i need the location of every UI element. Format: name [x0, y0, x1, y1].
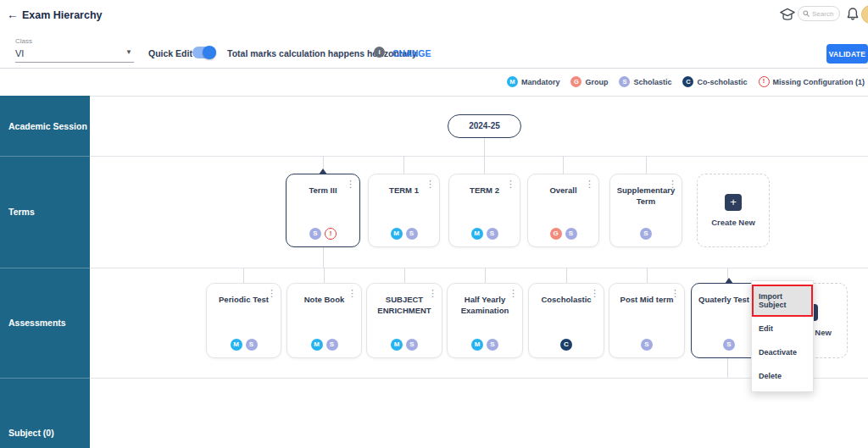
scholastic-badge-icon: S: [309, 228, 321, 240]
validate-button[interactable]: VALIDATE: [826, 44, 868, 64]
legend-item-mandatory: M Mandatory: [507, 76, 560, 87]
legend-item-coscholastic: C Co-scholastic: [682, 76, 747, 87]
connector-line: [403, 156, 404, 174]
connector-line: [324, 268, 325, 283]
kebab-menu-icon[interactable]: [590, 289, 599, 298]
connector-line: [484, 156, 485, 174]
kebab-menu-icon[interactable]: [348, 289, 357, 298]
back-icon[interactable]: [7, 8, 19, 21]
change-link[interactable]: CHANGE: [392, 48, 431, 58]
kebab-menu-icon[interactable]: [267, 289, 276, 298]
legend-label: Missing Configuration (1): [773, 78, 865, 86]
kebab-menu-icon[interactable]: [668, 180, 677, 189]
connector-line: [563, 156, 564, 174]
legend-item-scholastic: S Scholastic: [619, 76, 671, 87]
lane-divider: [0, 268, 868, 268]
coscholastic-badge-icon: C: [682, 76, 693, 87]
badge-row: M S: [367, 339, 442, 351]
legend-label: Group: [585, 78, 608, 86]
kebab-menu-icon[interactable]: [506, 180, 515, 189]
scholastic-badge-icon: S: [565, 228, 577, 240]
menu-item-edit[interactable]: Edit: [752, 317, 813, 340]
card-context-menu: Import Subject Edit Deactivate Delete: [751, 280, 814, 392]
sidebar-lane-subject: Subject (0): [0, 378, 90, 448]
mandatory-badge-icon: M: [471, 228, 483, 240]
kebab-menu-icon[interactable]: [426, 180, 435, 189]
kebab-menu-icon[interactable]: [509, 289, 518, 298]
legend-divider: [0, 96, 868, 97]
scholastic-badge-icon: S: [641, 339, 653, 351]
lane-divider: [0, 156, 868, 157]
connector-line: [484, 137, 485, 156]
class-select-label: Class: [15, 37, 134, 45]
graduation-cap-icon[interactable]: [779, 7, 796, 22]
scholastic-badge-icon: S: [487, 228, 498, 240]
class-select-value: VI: [15, 48, 134, 58]
alert-icon: !: [759, 76, 770, 87]
menu-item-deactivate[interactable]: Deactivate: [752, 340, 813, 364]
search-icon: [803, 10, 810, 17]
connector-line: [243, 268, 244, 283]
menu-item-import-subject[interactable]: Import Subject: [752, 285, 813, 317]
scholastic-badge-icon: S: [487, 339, 498, 351]
search-box[interactable]: [798, 6, 840, 21]
kebab-menu-icon[interactable]: [428, 289, 437, 298]
lane-divider: [0, 378, 868, 379]
assessment-card-post-mid-term[interactable]: Post Mid term S: [609, 283, 685, 358]
user-avatar[interactable]: [861, 5, 868, 24]
term-card-supplementary-term[interactable]: Supplementary Term S: [609, 174, 682, 247]
scholastic-badge-icon: S: [246, 339, 258, 351]
term-card-overall[interactable]: Overall G S: [527, 174, 599, 247]
class-select[interactable]: Class VI: [15, 37, 134, 63]
connector-line: [647, 268, 648, 283]
selected-marker-icon: [319, 169, 327, 174]
scholastic-badge-icon: S: [619, 76, 630, 87]
legend-label: Mandatory: [521, 78, 560, 86]
group-badge-icon: G: [570, 76, 581, 87]
term-card-term-2[interactable]: TERM 2 M S: [448, 174, 520, 247]
notification-bell-icon[interactable]: [847, 7, 859, 21]
mandatory-badge-icon: M: [391, 339, 403, 351]
term-card-term-1[interactable]: TERM 1 M S: [368, 174, 440, 247]
lane-sidebar: Academic Session Terms Assessments Subje…: [0, 96, 90, 448]
kebab-menu-icon[interactable]: [585, 180, 594, 189]
sidebar-lane-terms: Terms: [0, 156, 90, 268]
assessment-card-subject-enrichment[interactable]: SUBJECT ENRICHMENT M S: [366, 283, 442, 358]
connector-line: [404, 268, 405, 283]
page-title: Exam Hierarchy: [22, 9, 103, 21]
assessment-card-half-yearly-examination[interactable]: Half Yearly Examination M S: [447, 283, 523, 358]
term-card-term-iii[interactable]: Term III S !: [286, 174, 360, 247]
assessment-card-note-book[interactable]: Note Book M S: [287, 283, 362, 358]
session-node-2024-25[interactable]: 2024-25: [448, 114, 521, 138]
selected-marker-icon: [725, 278, 733, 284]
assessment-card-periodic-test[interactable]: Periodic Test M S: [206, 283, 281, 358]
plus-icon: [725, 194, 742, 211]
badge-row: M S: [207, 339, 281, 351]
legend-label: Co-scholastic: [697, 78, 747, 86]
connector-line: [646, 156, 647, 174]
badge-row: M S: [449, 228, 520, 240]
badge-row: M S: [448, 339, 522, 351]
quick-edit-toggle[interactable]: [192, 47, 216, 58]
search-input[interactable]: [812, 10, 837, 18]
exam-hierarchy-page: Exam Hierarchy Class VI Quick Edit Total…: [0, 0, 868, 448]
quick-edit-label: Quick Edit: [148, 48, 192, 58]
badge-row: S: [609, 339, 684, 351]
badge-row: C: [529, 339, 604, 351]
connector-line: [323, 247, 324, 268]
badge-row: M S: [287, 339, 361, 351]
create-new-term-button[interactable]: Create New: [697, 174, 770, 247]
sidebar-lane-academic-session: Academic Session: [0, 96, 90, 156]
kebab-menu-icon[interactable]: [346, 180, 355, 189]
coscholastic-badge-icon: C: [560, 339, 572, 351]
kebab-menu-icon[interactable]: [670, 289, 680, 298]
menu-item-delete[interactable]: Delete: [752, 364, 813, 388]
badge-row: S: [610, 228, 682, 240]
scholastic-badge-icon: S: [723, 339, 735, 351]
badge-row: G S: [528, 228, 598, 240]
assessment-card-coscholastic[interactable]: Coscholastic C: [528, 283, 604, 358]
scholastic-badge-icon: S: [406, 228, 418, 240]
info-icon[interactable]: [374, 47, 385, 58]
lane-label: Assessments: [0, 318, 66, 328]
legend-item-group: G Group: [570, 76, 608, 87]
